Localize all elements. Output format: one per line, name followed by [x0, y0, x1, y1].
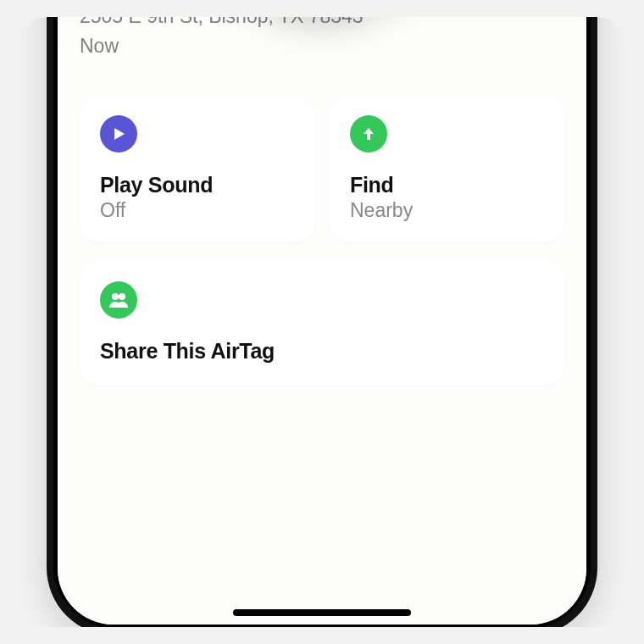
- phone-screen: ✕ House Keys With You 2505 E 9th St, Bis…: [58, 17, 586, 625]
- item-address: 2505 E 9th St, Bishop, TX 78343: [80, 17, 564, 30]
- share-card[interactable]: Share This AirTag: [80, 263, 564, 386]
- find-card[interactable]: Find Nearby: [330, 97, 564, 242]
- play-icon: [100, 115, 137, 153]
- share-label: Share This AirTag: [100, 339, 544, 364]
- arrow-up-icon: [350, 115, 387, 153]
- play-sound-sub: Off: [100, 199, 294, 222]
- people-icon: [100, 281, 137, 319]
- svg-point-0: [112, 293, 119, 300]
- actions-row: Play Sound Off Find Nearby: [80, 97, 564, 242]
- item-time: Now: [80, 33, 564, 59]
- find-sub: Nearby: [350, 199, 544, 222]
- play-sound-label: Play Sound: [100, 173, 294, 197]
- phone-bezel: ✕ House Keys With You 2505 E 9th St, Bis…: [53, 17, 591, 627]
- details-sheet[interactable]: ✕ House Keys With You 2505 E 9th St, Bis…: [58, 17, 586, 625]
- screenshot-stage: ✕ House Keys With You 2505 E 9th St, Bis…: [17, 17, 627, 627]
- home-indicator[interactable]: [233, 609, 411, 616]
- svg-point-1: [119, 293, 125, 300]
- phone-frame: ✕ House Keys With You 2505 E 9th St, Bis…: [47, 17, 597, 627]
- play-sound-card[interactable]: Play Sound Off: [80, 97, 314, 242]
- find-label: Find: [350, 173, 544, 197]
